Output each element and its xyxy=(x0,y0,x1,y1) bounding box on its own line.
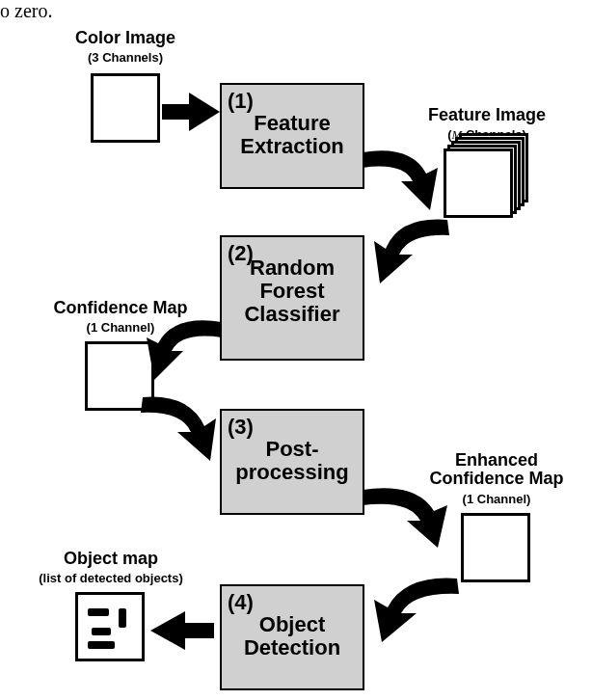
svg-rect-2 xyxy=(183,623,214,638)
stage-number: (3) xyxy=(228,415,254,440)
object-blob-icon xyxy=(88,641,115,649)
svg-rect-0 xyxy=(162,104,191,120)
stray-text: o zero. xyxy=(0,0,52,22)
io-title-color-image: Color Image xyxy=(58,29,193,47)
stage-label-line3: Classifier xyxy=(244,302,339,326)
object-blob-icon xyxy=(92,628,111,635)
stage-label-line2: processing xyxy=(235,460,348,484)
svg-marker-1 xyxy=(189,93,220,131)
object-blob-icon xyxy=(119,608,126,628)
arrow-left-icon xyxy=(150,611,214,650)
curved-arrow-icon xyxy=(363,482,459,559)
stage-label-line2: Extraction xyxy=(240,134,344,158)
stage-number: (4) xyxy=(228,590,254,615)
stage-object-detection: (4) Object Detection xyxy=(220,584,364,690)
svg-marker-3 xyxy=(150,611,185,650)
image-icon-color-image xyxy=(91,73,160,143)
image-icon-enhanced-confidence-map xyxy=(461,513,530,582)
object-blob-icon xyxy=(88,608,109,616)
io-sub-object-map: (list of detected objects) xyxy=(19,571,202,585)
stage-label-line1: Feature xyxy=(254,111,330,135)
curved-arrow-icon xyxy=(363,145,449,222)
stage-number: (1) xyxy=(228,89,254,114)
curved-arrow-icon xyxy=(135,314,222,391)
stage-label-line1: Random xyxy=(250,256,335,280)
io-title-object-map: Object map xyxy=(19,550,202,568)
diagram-canvas: o zero. (1) Feature Extraction (2) Rando… xyxy=(0,0,592,700)
stage-label-line2: Detection xyxy=(244,635,340,660)
curved-arrow-icon xyxy=(137,393,224,471)
io-title-feature-image: Feature Image xyxy=(405,106,569,124)
io-sub-color-image: (3 Channels) xyxy=(58,50,193,65)
stage-feature-extraction: (1) Feature Extraction xyxy=(220,83,364,189)
curved-arrow-icon xyxy=(366,216,453,293)
image-stack-icon-feature-image xyxy=(444,148,513,218)
stage-label-line2: Forest xyxy=(259,279,324,303)
arrow-right-icon xyxy=(162,93,220,131)
stage-post-processing: (3) Post- processing xyxy=(220,409,364,515)
image-icon-object-map xyxy=(75,592,145,661)
stage-label-line1: Object xyxy=(259,612,325,636)
curved-arrow-icon xyxy=(366,575,463,652)
stage-label-line1: Post- xyxy=(266,437,319,461)
stage-random-forest: (2) Random Forest Classifier xyxy=(220,235,364,361)
